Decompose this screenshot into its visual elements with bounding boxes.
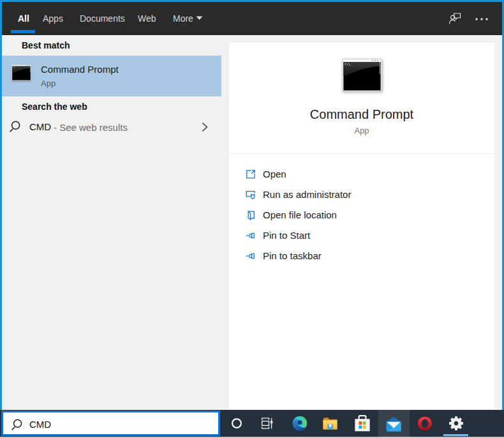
action-open[interactable]: Open [229, 164, 494, 185]
cortana-icon [230, 417, 243, 430]
cortana-button[interactable] [221, 410, 252, 437]
taskbar-search-box[interactable]: CMD [1, 411, 220, 436]
best-match-result[interactable]: C:\_ Command Prompt App [2, 56, 221, 96]
tab-label: Web [138, 13, 156, 24]
result-title: Command Prompt [41, 64, 119, 75]
task-view-icon [261, 417, 274, 430]
action-pin-to-start[interactable]: Pin to Start [229, 225, 494, 246]
command-prompt-icon: C:\_ [11, 64, 31, 81]
window-border-top [0, 0, 504, 2]
mail-icon [386, 416, 401, 432]
task-view-button[interactable] [252, 410, 283, 437]
action-label: Pin to taskbar [263, 250, 322, 261]
web-hint-text: - See web results [54, 122, 128, 133]
tab-documents[interactable]: Documents [75, 2, 130, 35]
best-match-header: Best match [22, 40, 70, 50]
action-open-file-location[interactable]: Open file location [229, 205, 494, 225]
divider [229, 153, 494, 154]
store-icon [355, 415, 370, 432]
tab-label: All [18, 13, 29, 24]
file-explorer-button[interactable] [315, 410, 346, 437]
svg-text:C:\_: C:\_ [13, 66, 17, 68]
opera-button[interactable] [410, 410, 441, 437]
preview-pane: C:\_ Command Prompt App Open Run as admi… [229, 43, 494, 409]
file-explorer-icon [323, 417, 337, 430]
tab-more[interactable]: More [168, 2, 198, 35]
tab-label: More [173, 13, 193, 24]
pin-icon [246, 251, 256, 261]
window-border-left [0, 0, 2, 410]
action-label: Pin to Start [263, 230, 310, 241]
active-tab-indicator [11, 30, 35, 33]
run-admin-icon [246, 190, 256, 200]
mail-button[interactable] [378, 410, 410, 437]
windows-search-screen: AllAppsDocumentsWebMore Best match [0, 0, 504, 438]
action-label: Run as administrator [263, 189, 351, 200]
search-flyout: AllAppsDocumentsWebMore Best match [0, 0, 504, 409]
search-icon [8, 120, 21, 133]
tab-web[interactable]: Web [133, 2, 161, 35]
web-search-result[interactable]: CMD - See web results [2, 114, 221, 140]
pin-icon [246, 230, 256, 241]
action-run-as-administrator[interactable]: Run as administrator [229, 185, 494, 205]
web-query-text: CMD [29, 121, 51, 132]
preview-subtitle: App [229, 126, 494, 135]
search-tabs-bar: AllAppsDocumentsWebMore [2, 2, 502, 35]
opera-icon [417, 416, 433, 431]
settings-icon [448, 416, 464, 431]
action-label: Open [263, 169, 286, 179]
result-subtitle: App [41, 79, 56, 88]
preview-title: Command Prompt [229, 107, 494, 122]
chevron-right-icon[interactable] [201, 122, 209, 132]
more-caret-icon[interactable] [196, 16, 203, 20]
edge-button[interactable] [284, 410, 315, 437]
settings-button[interactable] [440, 410, 471, 437]
command-prompt-icon-large: C:\_ [342, 59, 382, 92]
feedback-icon[interactable] [448, 11, 461, 24]
file-location-icon [246, 210, 256, 220]
tab-apps[interactable]: Apps [38, 2, 68, 35]
open-icon [246, 169, 256, 179]
search-the-web-header: Search the web [22, 102, 87, 112]
action-label: Open file location [263, 209, 337, 220]
search-input-value: CMD [29, 419, 51, 430]
tab-label: Apps [43, 13, 63, 24]
settings-active-indicator [443, 434, 468, 436]
action-pin-to-taskbar[interactable]: Pin to taskbar [229, 246, 494, 266]
ellipsis-icon[interactable] [475, 17, 490, 21]
edge-icon [292, 416, 308, 431]
tab-label: Documents [80, 13, 125, 24]
store-button[interactable] [346, 410, 378, 437]
